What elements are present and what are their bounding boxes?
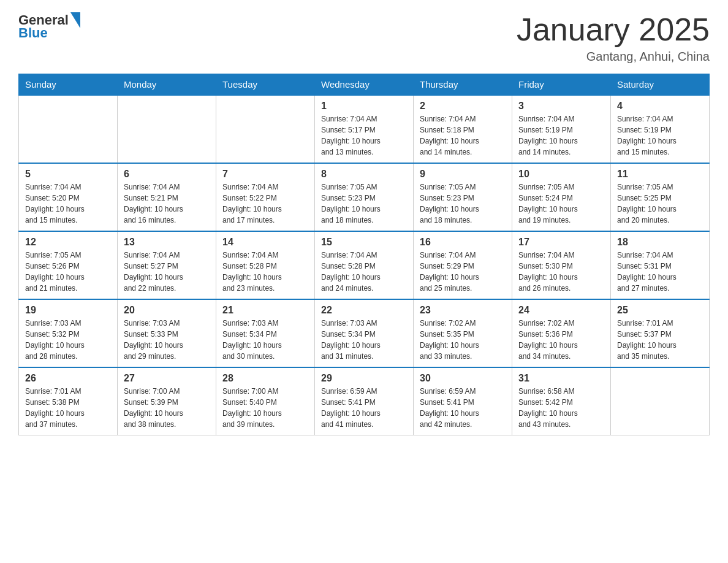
calendar-cell: 12Sunrise: 7:05 AM Sunset: 5:26 PM Dayli… <box>19 231 118 299</box>
day-number: 2 <box>420 101 506 112</box>
logo-blue-text: Blue <box>18 26 80 40</box>
day-info: Sunrise: 7:04 AM Sunset: 5:22 PM Dayligh… <box>222 182 308 226</box>
calendar-cell <box>216 95 315 163</box>
calendar-cell <box>118 95 216 163</box>
calendar-subtitle: Gantang, Anhui, China <box>517 50 710 64</box>
calendar-cell: 18Sunrise: 7:04 AM Sunset: 5:31 PM Dayli… <box>611 231 710 299</box>
calendar-cell: 14Sunrise: 7:04 AM Sunset: 5:28 PM Dayli… <box>216 231 315 299</box>
day-info: Sunrise: 7:04 AM Sunset: 5:18 PM Dayligh… <box>420 113 506 158</box>
logo: General Blue <box>18 12 80 40</box>
calendar-week-3: 12Sunrise: 7:05 AM Sunset: 5:26 PM Dayli… <box>19 231 710 299</box>
day-info: Sunrise: 7:04 AM Sunset: 5:21 PM Dayligh… <box>124 182 210 226</box>
day-info: Sunrise: 7:03 AM Sunset: 5:34 PM Dayligh… <box>321 318 407 362</box>
calendar-week-4: 19Sunrise: 7:03 AM Sunset: 5:32 PM Dayli… <box>19 299 710 367</box>
calendar-cell: 1Sunrise: 7:04 AM Sunset: 5:17 PM Daylig… <box>315 95 414 163</box>
day-info: Sunrise: 7:04 AM Sunset: 5:17 PM Dayligh… <box>321 113 407 158</box>
calendar-title: January 2025 <box>517 12 710 47</box>
day-number: 31 <box>518 373 604 384</box>
calendar-cell: 29Sunrise: 6:59 AM Sunset: 5:41 PM Dayli… <box>315 367 414 435</box>
calendar-cell: 10Sunrise: 7:05 AM Sunset: 5:24 PM Dayli… <box>512 163 611 231</box>
day-info: Sunrise: 7:03 AM Sunset: 5:32 PM Dayligh… <box>25 318 111 362</box>
day-info: Sunrise: 7:04 AM Sunset: 5:28 PM Dayligh… <box>321 250 407 294</box>
day-number: 8 <box>321 169 407 180</box>
calendar-cell: 9Sunrise: 7:05 AM Sunset: 5:23 PM Daylig… <box>414 163 512 231</box>
day-number: 13 <box>124 237 210 248</box>
day-info: Sunrise: 7:04 AM Sunset: 5:28 PM Dayligh… <box>222 250 308 294</box>
day-info: Sunrise: 7:04 AM Sunset: 5:30 PM Dayligh… <box>518 250 604 294</box>
day-number: 18 <box>617 237 703 248</box>
day-info: Sunrise: 7:04 AM Sunset: 5:31 PM Dayligh… <box>617 250 703 294</box>
day-info: Sunrise: 7:05 AM Sunset: 5:25 PM Dayligh… <box>617 182 703 226</box>
calendar-cell: 25Sunrise: 7:01 AM Sunset: 5:37 PM Dayli… <box>611 299 710 367</box>
day-number: 29 <box>321 373 407 384</box>
calendar-cell: 24Sunrise: 7:02 AM Sunset: 5:36 PM Dayli… <box>512 299 611 367</box>
calendar-cell: 31Sunrise: 6:58 AM Sunset: 5:42 PM Dayli… <box>512 367 611 435</box>
day-info: Sunrise: 7:00 AM Sunset: 5:39 PM Dayligh… <box>124 386 210 430</box>
weekday-header-wednesday: Wednesday <box>315 74 414 96</box>
calendar-cell: 11Sunrise: 7:05 AM Sunset: 5:25 PM Dayli… <box>611 163 710 231</box>
day-number: 28 <box>222 373 308 384</box>
day-number: 9 <box>420 169 506 180</box>
calendar-cell: 17Sunrise: 7:04 AM Sunset: 5:30 PM Dayli… <box>512 231 611 299</box>
day-info: Sunrise: 7:04 AM Sunset: 5:19 PM Dayligh… <box>518 113 604 158</box>
calendar-cell <box>611 367 710 435</box>
day-info: Sunrise: 7:04 AM Sunset: 5:19 PM Dayligh… <box>617 113 703 158</box>
day-info: Sunrise: 7:04 AM Sunset: 5:27 PM Dayligh… <box>124 250 210 294</box>
calendar-cell: 2Sunrise: 7:04 AM Sunset: 5:18 PM Daylig… <box>414 95 512 163</box>
weekday-header-thursday: Thursday <box>414 74 512 96</box>
weekday-header-monday: Monday <box>118 74 216 96</box>
calendar-cell: 16Sunrise: 7:04 AM Sunset: 5:29 PM Dayli… <box>414 231 512 299</box>
calendar-week-5: 26Sunrise: 7:01 AM Sunset: 5:38 PM Dayli… <box>19 367 710 435</box>
day-number: 27 <box>124 373 210 384</box>
day-number: 17 <box>518 237 604 248</box>
day-info: Sunrise: 7:02 AM Sunset: 5:36 PM Dayligh… <box>518 318 604 362</box>
day-number: 16 <box>420 237 506 248</box>
calendar-cell: 26Sunrise: 7:01 AM Sunset: 5:38 PM Dayli… <box>19 367 118 435</box>
day-number: 22 <box>321 305 407 316</box>
weekday-header-tuesday: Tuesday <box>216 74 315 96</box>
day-number: 5 <box>25 169 111 180</box>
day-number: 6 <box>124 169 210 180</box>
day-info: Sunrise: 7:01 AM Sunset: 5:37 PM Dayligh… <box>617 318 703 362</box>
calendar-cell: 30Sunrise: 6:59 AM Sunset: 5:41 PM Dayli… <box>414 367 512 435</box>
day-number: 25 <box>617 305 703 316</box>
calendar-cell: 27Sunrise: 7:00 AM Sunset: 5:39 PM Dayli… <box>118 367 216 435</box>
calendar-table: SundayMondayTuesdayWednesdayThursdayFrid… <box>18 74 710 435</box>
calendar-week-1: 1Sunrise: 7:04 AM Sunset: 5:17 PM Daylig… <box>19 95 710 163</box>
day-info: Sunrise: 7:01 AM Sunset: 5:38 PM Dayligh… <box>25 386 111 430</box>
day-info: Sunrise: 6:59 AM Sunset: 5:41 PM Dayligh… <box>321 386 407 430</box>
calendar-week-2: 5Sunrise: 7:04 AM Sunset: 5:20 PM Daylig… <box>19 163 710 231</box>
day-number: 24 <box>518 305 604 316</box>
calendar-cell: 28Sunrise: 7:00 AM Sunset: 5:40 PM Dayli… <box>216 367 315 435</box>
calendar-cell <box>19 95 118 163</box>
calendar-cell: 22Sunrise: 7:03 AM Sunset: 5:34 PM Dayli… <box>315 299 414 367</box>
calendar-cell: 6Sunrise: 7:04 AM Sunset: 5:21 PM Daylig… <box>118 163 216 231</box>
day-number: 14 <box>222 237 308 248</box>
day-number: 19 <box>25 305 111 316</box>
day-info: Sunrise: 7:03 AM Sunset: 5:33 PM Dayligh… <box>124 318 210 362</box>
day-number: 26 <box>25 373 111 384</box>
weekday-header-saturday: Saturday <box>611 74 710 96</box>
day-info: Sunrise: 7:00 AM Sunset: 5:40 PM Dayligh… <box>222 386 308 430</box>
day-info: Sunrise: 7:05 AM Sunset: 5:23 PM Dayligh… <box>321 182 407 226</box>
day-info: Sunrise: 7:04 AM Sunset: 5:20 PM Dayligh… <box>25 182 111 226</box>
day-info: Sunrise: 7:05 AM Sunset: 5:26 PM Dayligh… <box>25 250 111 294</box>
day-number: 7 <box>222 169 308 180</box>
day-info: Sunrise: 7:02 AM Sunset: 5:35 PM Dayligh… <box>420 318 506 362</box>
day-number: 4 <box>617 101 703 112</box>
calendar-cell: 15Sunrise: 7:04 AM Sunset: 5:28 PM Dayli… <box>315 231 414 299</box>
day-info: Sunrise: 7:04 AM Sunset: 5:29 PM Dayligh… <box>420 250 506 294</box>
day-number: 3 <box>518 101 604 112</box>
calendar-cell: 4Sunrise: 7:04 AM Sunset: 5:19 PM Daylig… <box>611 95 710 163</box>
calendar-cell: 5Sunrise: 7:04 AM Sunset: 5:20 PM Daylig… <box>19 163 118 231</box>
day-number: 11 <box>617 169 703 180</box>
day-info: Sunrise: 6:59 AM Sunset: 5:41 PM Dayligh… <box>420 386 506 430</box>
day-info: Sunrise: 7:05 AM Sunset: 5:23 PM Dayligh… <box>420 182 506 226</box>
calendar-cell: 21Sunrise: 7:03 AM Sunset: 5:34 PM Dayli… <box>216 299 315 367</box>
day-number: 20 <box>124 305 210 316</box>
day-number: 12 <box>25 237 111 248</box>
weekday-header-row: SundayMondayTuesdayWednesdayThursdayFrid… <box>19 74 710 96</box>
calendar-cell: 23Sunrise: 7:02 AM Sunset: 5:35 PM Dayli… <box>414 299 512 367</box>
calendar-cell: 13Sunrise: 7:04 AM Sunset: 5:27 PM Dayli… <box>118 231 216 299</box>
day-number: 1 <box>321 101 407 112</box>
